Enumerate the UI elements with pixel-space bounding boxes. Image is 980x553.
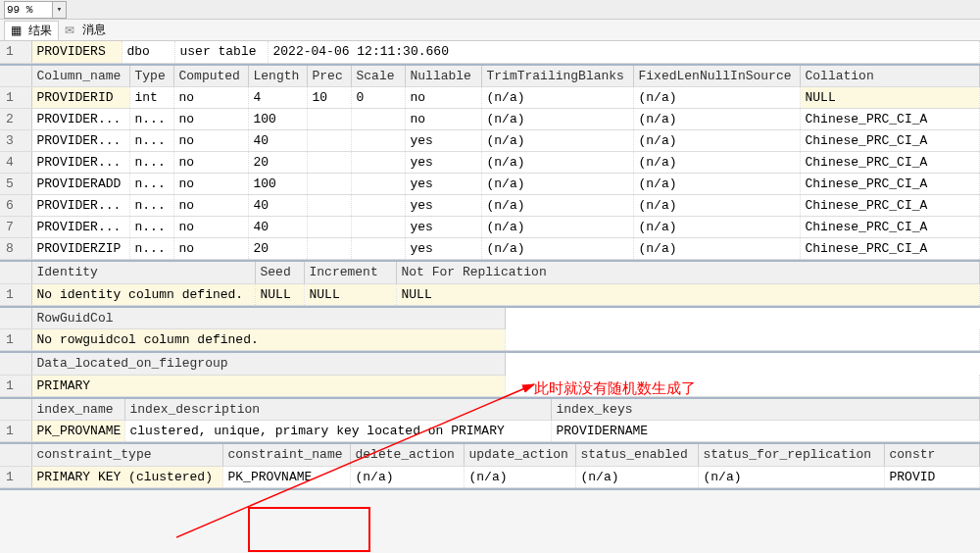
- nullable-cell[interactable]: no: [405, 87, 481, 109]
- type-cell[interactable]: n...: [129, 174, 173, 195]
- scale-cell[interactable]: [351, 238, 405, 260]
- constraint-name[interactable]: PK_PROVNAME: [222, 466, 350, 487]
- fixed-cell[interactable]: (n/a): [633, 87, 800, 109]
- colname-cell[interactable]: PROVIDER...: [31, 195, 129, 217]
- col-header[interactable]: TrimTrailingBlanks: [481, 66, 633, 87]
- type-cell[interactable]: n...: [129, 217, 173, 238]
- prec-cell[interactable]: 10: [307, 87, 351, 109]
- prec-cell[interactable]: [307, 109, 351, 130]
- type-cell[interactable]: n...: [129, 195, 173, 217]
- notrep-value[interactable]: NULL: [396, 283, 980, 305]
- prec-cell[interactable]: [307, 174, 351, 195]
- col-header[interactable]: Collation: [800, 66, 980, 87]
- scale-cell[interactable]: [351, 130, 405, 152]
- col-header[interactable]: constraint_name: [222, 444, 350, 466]
- colname-cell[interactable]: PROVIDER...: [31, 130, 129, 152]
- nullable-cell[interactable]: yes: [405, 130, 481, 152]
- computed-cell[interactable]: no: [173, 238, 248, 260]
- type-cell[interactable]: user table: [174, 41, 268, 63]
- index-desc[interactable]: clustered, unique, primary key located o…: [124, 421, 551, 442]
- constraint-type[interactable]: PRIMARY KEY (clustered): [31, 466, 222, 487]
- col-header[interactable]: Increment: [304, 262, 396, 283]
- col-header[interactable]: Seed: [255, 262, 304, 283]
- type-cell[interactable]: int: [129, 87, 173, 109]
- nullable-cell[interactable]: yes: [405, 238, 481, 260]
- prec-cell[interactable]: [307, 217, 351, 238]
- col-header[interactable]: Nullable: [405, 66, 481, 87]
- colname-cell[interactable]: PROVIDERADD: [31, 174, 129, 195]
- length-cell[interactable]: 40: [248, 195, 307, 217]
- length-cell[interactable]: 4: [248, 87, 307, 109]
- chevron-down-icon[interactable]: ▾: [53, 1, 67, 19]
- col-header[interactable]: Scale: [351, 66, 405, 87]
- computed-cell[interactable]: no: [173, 109, 248, 130]
- trim-cell[interactable]: (n/a): [481, 174, 633, 195]
- constraint-keys[interactable]: PROVID: [884, 466, 980, 487]
- col-header[interactable]: index_keys: [551, 399, 980, 421]
- col-header[interactable]: RowGuidCol: [31, 308, 506, 329]
- trim-cell[interactable]: (n/a): [481, 217, 633, 238]
- col-header[interactable]: Identity: [31, 262, 255, 283]
- col-header[interactable]: Type: [129, 66, 173, 87]
- col-header[interactable]: index_description: [124, 399, 551, 421]
- colname-cell[interactable]: PROVIDER...: [31, 152, 129, 174]
- collation-cell[interactable]: Chinese_PRC_CI_A: [800, 130, 980, 152]
- constraint-update[interactable]: (n/a): [464, 466, 575, 487]
- type-cell[interactable]: n...: [129, 152, 173, 174]
- trim-cell[interactable]: (n/a): [481, 152, 633, 174]
- computed-cell[interactable]: no: [173, 217, 248, 238]
- collation-cell[interactable]: Chinese_PRC_CI_A: [800, 152, 980, 174]
- collation-cell[interactable]: Chinese_PRC_CI_A: [800, 195, 980, 217]
- filegroup-value[interactable]: PRIMARY: [31, 375, 506, 396]
- col-header[interactable]: delete_action: [350, 444, 464, 466]
- index-name[interactable]: PK_PROVNAME: [31, 421, 124, 442]
- length-cell[interactable]: 40: [248, 130, 307, 152]
- type-cell[interactable]: n...: [129, 238, 173, 260]
- length-cell[interactable]: 40: [248, 217, 307, 238]
- nullable-cell[interactable]: yes: [405, 174, 481, 195]
- col-header[interactable]: Length: [248, 66, 307, 87]
- fixed-cell[interactable]: (n/a): [633, 174, 800, 195]
- scale-cell[interactable]: 0: [351, 87, 405, 109]
- prec-cell[interactable]: [307, 238, 351, 260]
- tab-results[interactable]: ▦ 结果: [4, 21, 59, 40]
- col-header[interactable]: status_for_replication: [698, 444, 884, 466]
- nullable-cell[interactable]: yes: [405, 217, 481, 238]
- trim-cell[interactable]: (n/a): [481, 109, 633, 130]
- type-cell[interactable]: n...: [129, 130, 173, 152]
- col-header[interactable]: update_action: [464, 444, 575, 466]
- prec-cell[interactable]: [307, 152, 351, 174]
- scale-cell[interactable]: [351, 174, 405, 195]
- col-header[interactable]: Prec: [307, 66, 351, 87]
- computed-cell[interactable]: no: [173, 174, 248, 195]
- fixed-cell[interactable]: (n/a): [633, 109, 800, 130]
- fixed-cell[interactable]: (n/a): [633, 195, 800, 217]
- increment-value[interactable]: NULL: [304, 283, 396, 305]
- col-header[interactable]: Computed: [173, 66, 248, 87]
- table-name-cell[interactable]: PROVIDERS: [31, 41, 122, 63]
- computed-cell[interactable]: no: [173, 130, 248, 152]
- rowguid-value[interactable]: No rowguidcol column defined.: [31, 329, 506, 351]
- colname-cell[interactable]: PROVIDERZIP: [31, 238, 129, 260]
- trim-cell[interactable]: (n/a): [481, 87, 633, 109]
- collation-cell[interactable]: Chinese_PRC_CI_A: [800, 174, 980, 195]
- col-header[interactable]: Data_located_on_filegroup: [31, 353, 506, 375]
- index-keys[interactable]: PROVIDERNAME: [551, 421, 980, 442]
- length-cell[interactable]: 100: [248, 174, 307, 195]
- fixed-cell[interactable]: (n/a): [633, 217, 800, 238]
- colname-cell[interactable]: PROVIDER...: [31, 217, 129, 238]
- col-header[interactable]: index_name: [31, 399, 124, 421]
- colname-cell[interactable]: PROVIDERID: [31, 87, 129, 109]
- computed-cell[interactable]: no: [173, 87, 248, 109]
- trim-cell[interactable]: (n/a): [481, 130, 633, 152]
- identity-value[interactable]: No identity column defined.: [31, 283, 255, 305]
- fixed-cell[interactable]: (n/a): [633, 152, 800, 174]
- length-cell[interactable]: 20: [248, 152, 307, 174]
- nullable-cell[interactable]: no: [405, 109, 481, 130]
- prec-cell[interactable]: [307, 195, 351, 217]
- nullable-cell[interactable]: yes: [405, 195, 481, 217]
- scale-cell[interactable]: [351, 109, 405, 130]
- tab-messages[interactable]: ✉ 消息: [59, 21, 112, 40]
- col-header[interactable]: constr: [884, 444, 980, 466]
- nullable-cell[interactable]: yes: [405, 152, 481, 174]
